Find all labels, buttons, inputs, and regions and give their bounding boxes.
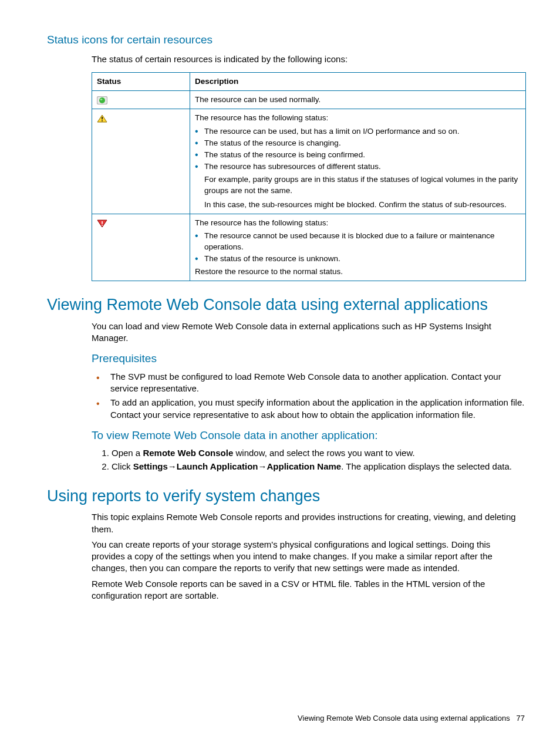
status-warning-icon <box>97 114 107 123</box>
svg-rect-9 <box>102 225 103 226</box>
status-error-icon <box>97 220 107 228</box>
text: Open a <box>112 448 143 458</box>
warning-intro: The resource has the following status: <box>195 113 521 123</box>
table-row: The resource has the following status: T… <box>92 214 526 281</box>
table-header-row: Status Description <box>92 72 526 90</box>
error-intro: The resource has the following status: <box>195 218 521 228</box>
text: . The application displays the selected … <box>341 461 512 471</box>
status-cell-error <box>92 214 190 281</box>
heading-to-view: To view Remote Web Console data in anoth… <box>92 428 525 443</box>
reports-p2: You can create reports of your storage s… <box>92 539 525 575</box>
status-icons-table: Status Description The resource can be u… <box>92 72 526 281</box>
step-2: Click Settings→Launch Application→Applic… <box>112 461 525 472</box>
table-row: The resource has the following status: T… <box>92 109 526 214</box>
list-item: The status of the resource is being conf… <box>195 150 521 160</box>
warning-para2: In this case, the sub-resources might be… <box>195 200 521 210</box>
list-item: The status of the resource is changing. <box>195 138 521 148</box>
text-bold: Remote Web Console <box>143 448 233 458</box>
svg-rect-6 <box>102 120 103 121</box>
text-bold: Application Name <box>266 461 341 471</box>
list-item: To add an application, you must specify … <box>92 397 525 421</box>
reports-p1: This topic explains Remote Web Console r… <box>92 511 525 535</box>
svg-rect-8 <box>102 221 103 224</box>
desc-cell-normal: The resource can be used normally. <box>190 91 526 109</box>
desc-cell-warning: The resource has the following status: T… <box>190 109 526 214</box>
list-item: The resource has subresources of differe… <box>195 161 521 172</box>
status-normal-icon <box>97 96 107 104</box>
list-item: The resource can be used, but has a limi… <box>195 126 521 137</box>
page-footer: Viewing Remote Web Console data using ex… <box>298 713 525 724</box>
page-number: 77 <box>517 714 525 723</box>
text-bold: Settings <box>133 461 168 471</box>
desc-cell-error: The resource has the following status: T… <box>190 214 526 281</box>
heading-prerequisites: Prerequisites <box>92 351 525 366</box>
list-item: The status of the resource is unknown. <box>195 254 521 264</box>
text: window, and select the rows you want to … <box>233 448 414 458</box>
heading-viewing-rwc: Viewing Remote Web Console data using ex… <box>47 294 525 315</box>
col-description: Description <box>190 72 526 90</box>
text: Click <box>112 461 133 471</box>
svg-point-2 <box>99 97 105 103</box>
footer-text: Viewing Remote Web Console data using ex… <box>298 714 510 723</box>
svg-rect-5 <box>102 117 103 120</box>
list-item: The resource cannot be used because it i… <box>195 231 521 252</box>
status-cell-warning <box>92 109 190 214</box>
heading-status-icons: Status icons for certain resources <box>47 32 525 48</box>
warning-para1: For example, parity groups are in this s… <box>195 174 521 195</box>
reports-p3: Remote Web Console reports can be saved … <box>92 578 525 602</box>
intro-text: The status of certain resources is indic… <box>92 53 525 65</box>
text-bold: Launch Application <box>177 461 258 471</box>
col-status: Status <box>92 72 190 90</box>
error-para1: Restore the resource to the normal statu… <box>195 266 521 277</box>
list-item: The SVP must be configured to load Remot… <box>92 371 525 395</box>
step-1: Open a Remote Web Console window, and se… <box>112 447 525 459</box>
viewing-intro: You can load and view Remote Web Console… <box>92 320 525 345</box>
table-row: The resource can be used normally. <box>92 91 526 109</box>
svg-point-3 <box>100 99 103 100</box>
status-cell-normal <box>92 91 190 109</box>
heading-using-reports: Using reports to verify system changes <box>47 485 525 507</box>
